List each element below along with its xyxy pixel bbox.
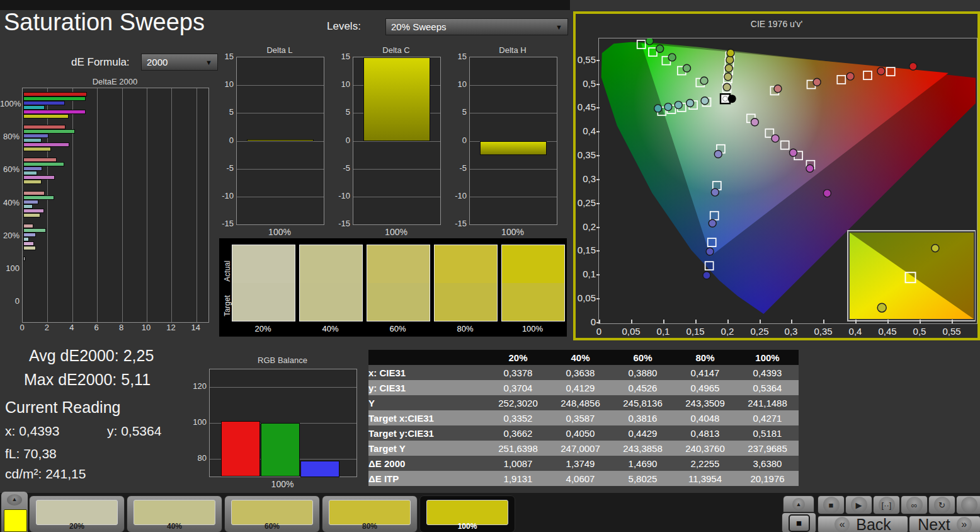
stop-button[interactable]: ■ <box>818 495 845 514</box>
gridline <box>122 88 123 322</box>
table-cell: 241,1488 <box>736 395 799 410</box>
cie-x-tick: 0,25 <box>747 326 772 337</box>
deltae-group-label: 60% <box>0 165 20 174</box>
cie-measured-point <box>687 100 694 107</box>
cie-x-tickmark <box>952 320 953 323</box>
cie-y-tick: 0,55 <box>576 54 596 65</box>
collapse-panel-button[interactable]: ▲ <box>7 494 22 506</box>
table-cell: 0,4429 <box>612 425 674 441</box>
target-row-label: Target <box>223 290 232 321</box>
chevron-down-icon: ▼ <box>205 59 212 66</box>
table-row: Target x:CIE310,33520,35870,38160,40480,… <box>368 410 799 425</box>
y-tick-label: -5 <box>216 163 234 173</box>
gridline <box>47 88 48 322</box>
cie-measured-point <box>709 219 716 227</box>
level-button-80%[interactable]: 80% <box>322 495 418 532</box>
cie-panel: CIE 1976 u'v' 00,050,10,150 <box>573 11 980 340</box>
y-tick-label: -15 <box>216 219 234 228</box>
table-cell: 1,9131 <box>487 471 549 486</box>
infinity-icon: ∞ <box>906 497 923 513</box>
table-cell: 5,8025 <box>612 471 674 486</box>
table-cell: 0,5364 <box>736 380 799 395</box>
y-tick-label: 5 <box>216 107 234 117</box>
gridline <box>72 88 73 322</box>
cie-y-tickmark <box>596 131 600 132</box>
table-column-header: 60% <box>612 350 674 365</box>
level-button-label: 60% <box>225 522 319 531</box>
cie-y-tick: 0 <box>576 316 596 327</box>
deltae-chart <box>22 88 209 323</box>
gridline <box>237 169 324 170</box>
mini-chart-xlabel: 100% <box>236 227 323 237</box>
cie-measured-point <box>846 72 854 80</box>
cie-measured-point <box>700 77 708 84</box>
table-cell: 0,4147 <box>674 365 736 380</box>
play-button[interactable]: ▶ <box>845 495 872 514</box>
next-button[interactable]: Next » <box>909 516 980 532</box>
cie-measured-point <box>806 165 814 172</box>
level-button-100%[interactable]: 100% <box>419 495 515 532</box>
level-button-20%[interactable]: 20% <box>29 495 125 532</box>
measurement-table: 20%40%60%80%100%x: CIE310,33780,36380,38… <box>368 350 799 486</box>
chevrons-left-icon: « <box>835 517 850 532</box>
mini-chart-title: Delta L <box>236 45 323 55</box>
cie-y-tick: 0,4 <box>576 125 596 136</box>
stop-measure-button[interactable]: ■ <box>782 512 816 532</box>
rgb-xlabel: 100% <box>209 479 356 489</box>
deltae-bar <box>23 195 54 200</box>
infinity-button[interactable]: ∞ <box>901 495 928 514</box>
gridline <box>237 113 324 113</box>
rgb-balance-title: RGB Balance <box>209 356 356 365</box>
level-swatch <box>36 500 118 525</box>
de-formula-dropdown[interactable]: 2000 ▼ <box>141 54 218 71</box>
target-swatch-half <box>300 283 362 321</box>
cie-y-tickmark <box>596 203 600 204</box>
table-cell: 0,4048 <box>674 410 736 425</box>
level-button-60%[interactable]: 60% <box>224 495 320 532</box>
deltae-bar <box>23 147 51 151</box>
table-cell: 0,3880 <box>612 365 674 380</box>
bracket-dots-button[interactable]: [··] <box>873 495 900 514</box>
gridline <box>210 387 356 388</box>
y-tick-label: 10 <box>216 79 234 89</box>
cie-x-tick: 0,45 <box>875 326 900 337</box>
y-tick-label: 120 <box>189 381 207 391</box>
y-tick-label: 15 <box>216 52 234 61</box>
y-tick-label: -15 <box>449 219 467 228</box>
cie-measured-point <box>751 119 758 126</box>
blue-balance-bar <box>300 461 339 477</box>
cie-x-tickmark <box>823 320 824 323</box>
cie-x-tick: 0,15 <box>683 326 708 337</box>
deltae-bar <box>23 209 44 213</box>
x-tick-label: 2 <box>42 323 52 332</box>
blank-circle-button[interactable] <box>956 495 980 514</box>
cie-y-tick: 0,3 <box>576 173 596 184</box>
deltae-bar <box>23 129 75 134</box>
collapse-controls-button[interactable]: ▲ <box>783 495 814 512</box>
table-row-label: x: CIE31 <box>368 365 487 380</box>
cie-x-tick: 0,2 <box>715 326 740 337</box>
cie-measured-point <box>703 272 710 279</box>
deltae-bar <box>23 237 29 241</box>
refresh-button[interactable]: ↻ <box>928 495 955 514</box>
table-cell: 1,0087 <box>487 456 549 471</box>
cie-x-tick: 0,05 <box>618 326 644 337</box>
avg-de2000: Avg dE2000: 2,25 <box>29 347 154 365</box>
table-row: Target Y251,6398247,0007243,3858240,3760… <box>368 441 799 456</box>
level-button-40%[interactable]: 40% <box>127 495 222 532</box>
level-swatch <box>426 500 508 525</box>
levels-dropdown[interactable]: 20% Sweeps ▼ <box>385 18 568 35</box>
delta-bar <box>363 57 430 141</box>
table-cell: 247,0007 <box>549 441 612 456</box>
cie-y-tickmark <box>596 155 600 156</box>
table-cell: 0,3638 <box>549 365 612 380</box>
y-tick-label: -10 <box>216 191 234 200</box>
levels-value: 20% Sweeps <box>391 21 447 32</box>
current-level-swatch <box>4 509 27 532</box>
x-tick-label: 14 <box>191 323 201 332</box>
deltae-bar <box>23 134 48 138</box>
level-button-label: 40% <box>127 522 222 531</box>
chevron-down-icon: ▼ <box>556 23 562 31</box>
x-tick-label: 0 <box>17 323 27 332</box>
back-button[interactable]: « Back <box>818 516 908 532</box>
